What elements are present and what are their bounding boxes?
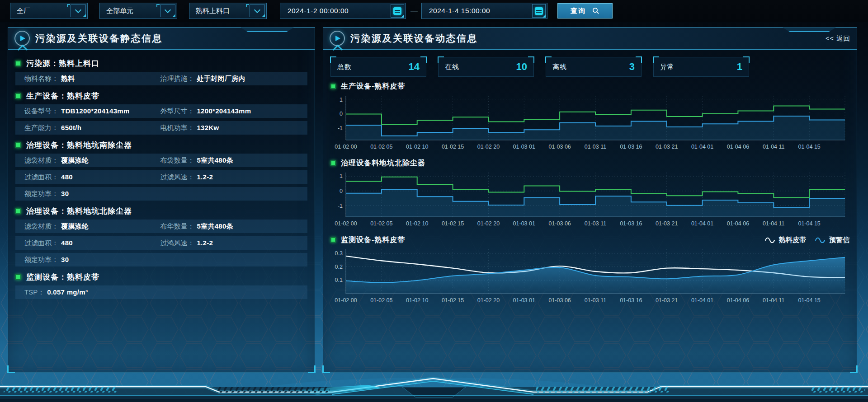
field-label: 治理措施： bbox=[160, 75, 194, 82]
svg-text:01-04 01: 01-04 01 bbox=[691, 144, 713, 150]
section-bullet-icon bbox=[15, 142, 21, 148]
plant-select-value: 全厂 bbox=[10, 7, 71, 15]
stat-card-offline: 离线 3 bbox=[546, 57, 642, 77]
dashboard-root: { "topbar": { "filters": [ {"value": "全厂… bbox=[0, 0, 868, 402]
field-label: 滤袋材质： bbox=[24, 156, 58, 164]
chart-title: 监测设备-熟料皮带 bbox=[341, 235, 405, 245]
field-label: 生产能力： bbox=[24, 124, 58, 131]
chart-block-production: 生产设备-熟料皮带 10-101-02 0001-02 0501-02 1001… bbox=[330, 80, 849, 154]
svg-text:0.2: 0.2 bbox=[335, 264, 343, 270]
field-label: TSP： bbox=[24, 288, 44, 296]
svg-text:01-02 20: 01-02 20 bbox=[477, 297, 500, 304]
dynamic-panel-title: 污染源及关联设备动态信息 bbox=[350, 32, 478, 45]
field-label: 布袋数量： bbox=[160, 156, 194, 164]
chevron-down-icon[interactable] bbox=[71, 5, 86, 17]
section-bullet-icon bbox=[330, 84, 336, 89]
chart-legend: 熟料皮带预警信 bbox=[765, 236, 849, 244]
info-kv-row: 滤袋材质：覆膜涤纶布袋数量：5室共480条 bbox=[15, 154, 307, 167]
svg-text:01-02 15: 01-02 15 bbox=[442, 220, 464, 227]
svg-text:01-02 05: 01-02 05 bbox=[370, 220, 392, 227]
section-bullet-icon bbox=[15, 61, 21, 66]
svg-text:01-02 05: 01-02 05 bbox=[370, 144, 392, 150]
field-label: 外型尺寸： bbox=[160, 107, 194, 115]
info-field: 治理措施：处于封闭厂房内 bbox=[160, 75, 296, 83]
treatment-step-chart: 10-101-02 0001-02 0501-02 1001-02 1501-0… bbox=[330, 170, 849, 229]
stat-card-online: 在线 10 bbox=[438, 57, 534, 77]
info-field: 设备型号：TDB1200*204143mm bbox=[24, 107, 160, 116]
svg-text:01-04 01: 01-04 01 bbox=[691, 297, 713, 304]
info-kv-row: TSP：0.057 mg/m³ bbox=[15, 285, 307, 299]
info-section-row: 监测设备：熟料皮带 bbox=[15, 270, 307, 284]
svg-text:01-03 01: 01-03 01 bbox=[513, 220, 535, 227]
info-kv-row: 过滤面积：480过滤风速：1.2-2 bbox=[15, 170, 307, 184]
start-datetime-value: 2024-1-2 00:00:00 bbox=[280, 7, 391, 15]
field-label: 额定功率： bbox=[24, 190, 58, 197]
section-title: 污染源：熟料上料口 bbox=[26, 58, 99, 69]
chart-title: 生产设备-熟料皮带 bbox=[341, 82, 405, 91]
legend-label: 预警信 bbox=[829, 236, 849, 244]
svg-text:01-03 16: 01-03 16 bbox=[620, 297, 642, 304]
back-link[interactable]: << 返回 bbox=[826, 34, 850, 43]
stat-label: 总数 bbox=[337, 63, 352, 71]
field-label: 过滤面积： bbox=[24, 173, 58, 181]
start-datetime-input[interactable]: 2024-1-2 00:00:00 bbox=[280, 3, 406, 19]
svg-text:01-02 15: 01-02 15 bbox=[442, 144, 464, 150]
wave-line-icon bbox=[765, 237, 776, 243]
unit-select[interactable]: 全部单元 bbox=[99, 3, 177, 19]
svg-text:-1: -1 bbox=[338, 203, 343, 209]
svg-text:01-02 05: 01-02 05 bbox=[370, 297, 392, 304]
static-panel-header: 污染源及关联设备静态信息 bbox=[8, 28, 315, 50]
field-label: 电机功率： bbox=[160, 124, 194, 131]
section-title: 生产设备：熟料皮带 bbox=[26, 91, 99, 101]
monitoring-line-chart: 0.30.20.101-02 0001-02 0501-02 1001-02 1… bbox=[330, 247, 849, 305]
end-datetime-input[interactable]: 2024-1-4 15:00:00 bbox=[421, 3, 547, 19]
wave-line-icon bbox=[815, 237, 826, 243]
field-value: 5室共480条 bbox=[197, 156, 233, 164]
section-bullet-icon bbox=[15, 208, 21, 214]
stat-value: 3 bbox=[629, 61, 635, 73]
chart-block-treatment: 治理设备料地坑北除尘器 10-101-02 0001-02 0501-02 10… bbox=[330, 157, 849, 230]
source-select[interactable]: 熟料上料口 bbox=[189, 3, 267, 19]
svg-text:01-02 00: 01-02 00 bbox=[335, 220, 357, 227]
info-field: 滤袋材质：覆膜涤纶 bbox=[24, 156, 160, 165]
field-value: 1.2-2 bbox=[197, 239, 213, 247]
field-label: 过滤风速： bbox=[160, 173, 194, 181]
info-section-row: 治理设备：熟料地坑北除尘器 bbox=[15, 204, 307, 218]
field-value: 1.2-2 bbox=[197, 173, 213, 181]
calendar-icon[interactable] bbox=[532, 4, 546, 18]
svg-text:01-04 15: 01-04 15 bbox=[798, 144, 820, 150]
info-field: 过滤面积：480 bbox=[24, 173, 160, 182]
header-notch-decoration bbox=[783, 28, 836, 32]
chevron-down-icon[interactable] bbox=[250, 5, 265, 17]
svg-text:01-04 11: 01-04 11 bbox=[763, 297, 784, 304]
svg-text:01-04 06: 01-04 06 bbox=[727, 297, 749, 304]
stat-label: 离线 bbox=[552, 63, 567, 71]
query-button[interactable]: 查询 bbox=[557, 3, 613, 19]
svg-text:01-04 15: 01-04 15 bbox=[798, 297, 820, 304]
info-field: 额定功率：30 bbox=[24, 190, 160, 198]
field-value: 覆膜涤纶 bbox=[61, 156, 89, 164]
legend-item[interactable]: 预警信 bbox=[815, 236, 849, 244]
stat-value: 1 bbox=[737, 61, 742, 73]
chevron-down-icon[interactable] bbox=[160, 5, 175, 17]
plant-select[interactable]: 全厂 bbox=[10, 3, 88, 19]
query-button-label: 查询 bbox=[571, 7, 586, 15]
field-value: 处于封闭厂房内 bbox=[197, 75, 245, 82]
calendar-icon[interactable] bbox=[391, 4, 404, 18]
section-bullet-icon bbox=[330, 160, 336, 166]
svg-text:01-03 21: 01-03 21 bbox=[656, 220, 678, 227]
section-bullet-icon bbox=[330, 237, 336, 243]
svg-text:01-03 21: 01-03 21 bbox=[656, 297, 678, 304]
field-value: 480 bbox=[61, 173, 73, 181]
field-value: 0.057 mg/m³ bbox=[47, 288, 88, 296]
legend-item[interactable]: 熟料皮带 bbox=[765, 236, 806, 244]
chevron-up-decoration bbox=[333, 45, 343, 55]
svg-text:01-04 06: 01-04 06 bbox=[727, 220, 749, 227]
field-value: 5室共480条 bbox=[197, 222, 233, 230]
svg-text:01-04 06: 01-04 06 bbox=[727, 144, 749, 150]
info-kv-row: 额定功率：30 bbox=[15, 187, 307, 201]
info-section-row: 治理设备：熟料地坑南除尘器 bbox=[15, 138, 307, 152]
svg-text:01-03 11: 01-03 11 bbox=[585, 220, 606, 227]
info-field: 生产能力：650t/h bbox=[24, 124, 160, 132]
svg-text:01-02 10: 01-02 10 bbox=[406, 144, 428, 150]
